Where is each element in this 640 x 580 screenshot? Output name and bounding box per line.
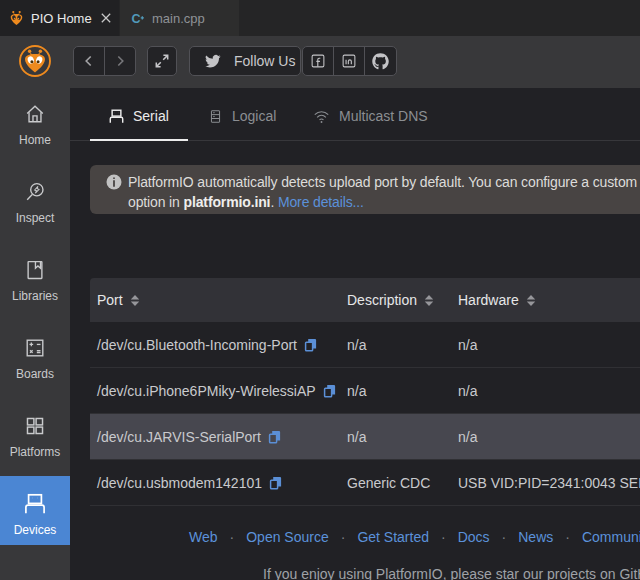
svg-text:C: C bbox=[132, 12, 141, 26]
